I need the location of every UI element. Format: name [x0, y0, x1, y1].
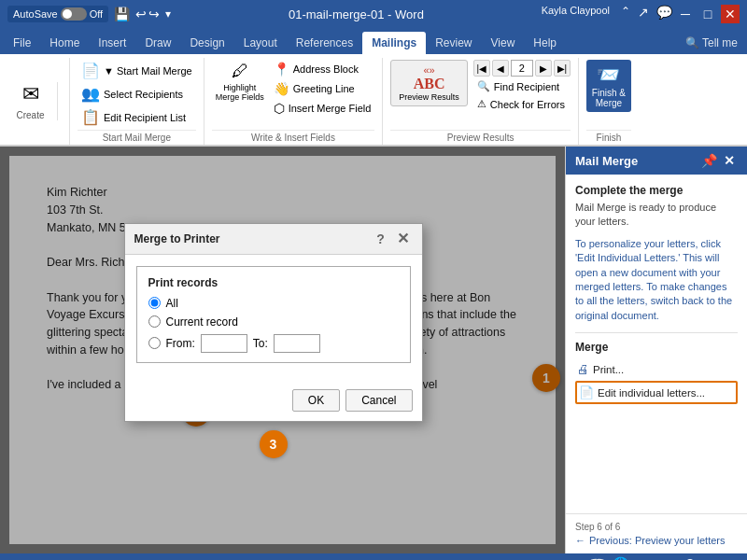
nav-record-input[interactable]	[511, 60, 533, 77]
mm-close-button[interactable]: ✕	[721, 152, 738, 169]
share-icon[interactable]: ↗	[638, 5, 649, 23]
radio-all-row: All	[148, 297, 399, 310]
tab-references[interactable]: References	[287, 32, 362, 54]
from-value-input[interactable]	[201, 334, 247, 353]
title-bar-left: AutoSave Off 💾 ↩ ↪ ▾	[7, 6, 171, 22]
ok-button[interactable]: OK	[292, 389, 340, 412]
select-recipients-button[interactable]: 👥 Select Recipients	[78, 83, 187, 105]
radio-all-label: All	[166, 297, 178, 310]
previous-step-link[interactable]: ← Previous: Preview your letters	[575, 535, 738, 546]
start-mail-merge-group-label: Start Mail Merge	[78, 130, 196, 145]
redo-icon[interactable]: ↪	[148, 7, 160, 21]
undo-redo-group: ↩ ↪	[135, 7, 160, 21]
print-link[interactable]: 🖨 Print...	[575, 359, 738, 379]
step-label: Step 6 of 6	[575, 522, 738, 532]
highlight-merge-fields-button[interactable]: 🖊 HighlightMerge Fields	[212, 60, 268, 104]
greeting-line-button[interactable]: 👋 Greeting Line	[270, 79, 375, 98]
user-name: Kayla Claypool	[542, 5, 610, 23]
restore-button[interactable]: □	[698, 5, 717, 23]
read-view-icon[interactable]: 📖	[589, 556, 605, 560]
edit-letters-icon: 📄	[579, 385, 594, 399]
dialog-close-button[interactable]: ✕	[394, 230, 413, 248]
address-block-label: Address Block	[293, 63, 359, 75]
radio-all-input[interactable]	[148, 297, 161, 309]
comments-icon[interactable]: 💬	[656, 5, 672, 23]
create-button[interactable]: ✉ Create	[11, 82, 58, 120]
ribbon-group-create: ✉ Create	[4, 58, 70, 145]
tab-layout[interactable]: Layout	[234, 32, 287, 54]
to-label: To:	[253, 337, 268, 350]
start-mail-merge-button[interactable]: 📄 ▼ Start Mail Merge	[78, 60, 196, 81]
tab-design[interactable]: Design	[180, 32, 233, 54]
autosave-toggle[interactable]	[61, 7, 87, 21]
autosave-control[interactable]: AutoSave Off	[7, 6, 108, 22]
minimize-button[interactable]: ─	[676, 5, 695, 23]
nav-first-button[interactable]: |◀	[473, 60, 490, 77]
dialog-help-button[interactable]: ?	[372, 230, 390, 248]
save-icon[interactable]: 💾	[114, 7, 130, 21]
layout-icon[interactable]: ⊞	[571, 556, 582, 560]
previous-step-label: Previous: Preview your letters	[589, 535, 726, 546]
edit-individual-letters-link[interactable]: 📄 Edit individual letters...	[575, 381, 738, 404]
edit-list-icon: 📋	[81, 108, 100, 126]
finish-label: Finish & Merge	[592, 88, 626, 108]
preview-abc-icon: ABC	[414, 76, 445, 92]
insert-merge-field-label: Insert Merge Field	[289, 103, 372, 114]
highlight-label: HighlightMerge Fields	[216, 83, 264, 102]
merge-to-printer-dialog: Merge to Printer ? ✕ Print records All	[124, 223, 423, 422]
radio-from-input[interactable]	[148, 337, 161, 349]
tab-view[interactable]: View	[482, 32, 525, 54]
tab-home[interactable]: Home	[40, 32, 89, 54]
highlight-icon: 🖊	[232, 62, 248, 81]
complete-merge-title: Complete the merge	[575, 184, 738, 197]
greeting-icon: 👋	[274, 81, 289, 96]
tab-search[interactable]: 🔍 Tell me	[676, 32, 747, 54]
tab-insert[interactable]: Insert	[89, 32, 135, 54]
finish-group-label: Finish	[586, 130, 631, 145]
radio-current-input[interactable]	[148, 315, 161, 328]
autosave-dot	[63, 9, 72, 19]
finish-merge-button[interactable]: 📨 Finish & Merge	[586, 60, 631, 112]
customize-icon[interactable]: ▾	[165, 7, 171, 21]
nav-prev-button[interactable]: ◀	[492, 60, 509, 77]
tab-draw[interactable]: Draw	[135, 32, 180, 54]
check-errors-button[interactable]: ⚠ Check for Errors	[473, 96, 571, 112]
mail-merge-header: Mail Merge 📌 ✕	[566, 147, 747, 175]
dialog-title-bar: Merge to Printer ? ✕	[125, 224, 422, 255]
tab-help[interactable]: Help	[524, 32, 566, 54]
close-button[interactable]: ✕	[721, 5, 740, 23]
to-value-input[interactable]	[274, 334, 320, 353]
undo-icon[interactable]: ↩	[135, 7, 147, 21]
address-block-button[interactable]: 📍 Address Block	[270, 60, 375, 78]
select-recipients-label: Select Recipients	[104, 89, 183, 100]
cancel-button[interactable]: Cancel	[345, 389, 412, 412]
find-recipient-button[interactable]: 🔍 Find Recipient	[473, 78, 571, 94]
insert-merge-field-button[interactable]: ⬡ Insert Merge Field	[270, 99, 375, 118]
edit-recipient-list-button[interactable]: 📋 Edit Recipient List	[78, 106, 190, 128]
ribbon-group-write-insert: 🖊 HighlightMerge Fields 📍 Address Block …	[204, 58, 384, 145]
tab-review[interactable]: Review	[426, 32, 481, 54]
nav-next-button[interactable]: ▶	[535, 60, 552, 77]
ribbon-collapse-icon[interactable]: ⌃	[621, 5, 630, 23]
mail-merge-content: Complete the merge Mail Merge is ready t…	[566, 175, 747, 513]
web-view-icon[interactable]: 🌐	[613, 556, 628, 560]
greeting-line-label: Greeting Line	[293, 83, 355, 94]
nav-last-button[interactable]: ▶|	[554, 60, 571, 77]
mm-pin-button[interactable]: 📌	[700, 152, 717, 169]
document-area: Kim Richter 103 7th St. Mankato, MN 5600…	[0, 147, 565, 553]
print-icon: 🖨	[577, 362, 589, 376]
tab-mailings[interactable]: Mailings	[362, 32, 426, 54]
autosave-label: AutoSave	[13, 8, 58, 20]
ribbon: File Home Insert Draw Design Layout Refe…	[0, 28, 747, 147]
mm-header-right: 📌 ✕	[700, 152, 738, 169]
dialog-footer: OK Cancel	[125, 384, 422, 421]
mail-merge-title: Mail Merge	[575, 154, 638, 168]
nav-row: |◀ ◀ ▶ ▶|	[473, 60, 571, 77]
tab-file[interactable]: File	[4, 32, 40, 54]
write-insert-group-label: Write & Insert Fields	[212, 130, 375, 145]
envelope-icon: ✉	[22, 82, 39, 106]
preview-results-button[interactable]: «» ABC Preview Results	[390, 60, 468, 106]
back-arrow-icon: ←	[575, 535, 585, 546]
find-recipient-label: Find Recipient	[494, 81, 559, 92]
print-link-label: Print...	[593, 364, 624, 375]
